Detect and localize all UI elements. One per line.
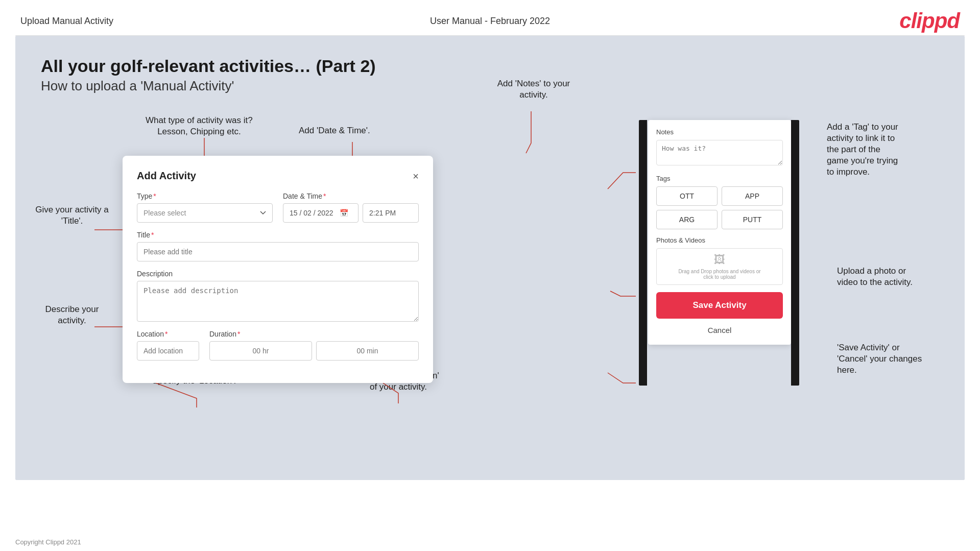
- description-row: Description: [137, 270, 419, 322]
- location-input[interactable]: [137, 341, 199, 361]
- annotation-notes: Add 'Notes' to youractivity.: [470, 78, 597, 101]
- phone-left-bar: [639, 120, 647, 386]
- main-content: All your golf-relevant activities… (Part…: [15, 36, 965, 480]
- title-label: Title*: [137, 231, 419, 239]
- calendar-icon: 📅: [340, 209, 348, 217]
- type-group: Type* Please select: [137, 192, 273, 223]
- annotation-describe: Describe youractivity.: [34, 304, 110, 326]
- manual-subtitle: User Manual - February 2022: [430, 16, 550, 27]
- tags-grid: OTT APP ARG PUTT: [656, 186, 783, 229]
- logo: clippd: [899, 9, 960, 33]
- type-select[interactable]: Please select: [137, 203, 273, 223]
- tag-putt[interactable]: PUTT: [722, 210, 783, 229]
- heading-main: All your golf-relevant activities… (Part…: [41, 56, 939, 76]
- add-activity-modal: Add Activity × Type* Please select Date …: [123, 156, 433, 383]
- tag-arg[interactable]: ARG: [656, 210, 718, 229]
- page-title: Upload Manual Activity: [20, 16, 113, 27]
- copyright-text: Copyright Clippd 2021: [15, 538, 81, 546]
- photos-dropzone[interactable]: 🖼 Drag and Drop photos and videos orclic…: [656, 248, 783, 285]
- annotation-save-cancel: 'Save Activity' or'Cancel' your changesh…: [837, 342, 949, 376]
- notes-label: Notes: [656, 128, 783, 136]
- description-input[interactable]: [137, 281, 419, 322]
- title-row: Title*: [137, 231, 419, 261]
- tags-label: Tags: [656, 175, 783, 182]
- location-label: Location*: [137, 330, 199, 338]
- modal-header: Add Activity ×: [137, 170, 419, 182]
- date-time-row: 15 / 02 / 2022 📅 2:21 PM: [283, 203, 419, 223]
- description-label: Description: [137, 270, 419, 278]
- photos-hint: Drag and Drop photos and videos orclick …: [678, 269, 760, 280]
- location-duration-row: Location* Duration*: [137, 330, 419, 361]
- date-input[interactable]: 15 / 02 / 2022 📅: [283, 203, 358, 223]
- annotation-date-time: Add 'Date & Time'.: [299, 125, 370, 136]
- duration-label: Duration*: [209, 330, 419, 338]
- top-bar: Upload Manual Activity User Manual - Feb…: [0, 0, 980, 36]
- title-input[interactable]: [137, 242, 419, 261]
- title-group: Title*: [137, 231, 419, 261]
- datetime-label: Date & Time*: [283, 192, 419, 200]
- datetime-group: Date & Time* 15 / 02 / 2022 📅 2:21 PM: [283, 192, 419, 223]
- location-group: Location*: [137, 330, 199, 361]
- description-group: Description: [137, 270, 419, 322]
- time-input[interactable]: 2:21 PM: [363, 203, 419, 223]
- type-datetime-row: Type* Please select Date & Time* 15 / 02…: [137, 192, 419, 223]
- duration-min-input[interactable]: [316, 341, 419, 361]
- photo-icon: 🖼: [714, 253, 725, 267]
- type-label: Type*: [137, 192, 273, 200]
- tag-ott[interactable]: OTT: [656, 186, 718, 206]
- duration-row: [209, 341, 419, 361]
- save-activity-button[interactable]: Save Activity: [656, 292, 783, 319]
- annotation-photo-video: Upload a photo orvideo to the activity.: [837, 266, 939, 288]
- footer: Copyright Clippd 2021: [15, 533, 965, 551]
- modal-title: Add Activity: [137, 170, 196, 182]
- right-panel-inner: Notes Tags OTT APP ARG PUTT Photos & Vid…: [648, 120, 791, 345]
- phone-right-bar: [791, 120, 799, 386]
- annotation-activity-type: What type of activity was it?Lesson, Chi…: [146, 115, 253, 137]
- annotation-tag: Add a 'Tag' to youractivity to link it t…: [827, 122, 939, 178]
- close-button[interactable]: ×: [413, 171, 419, 181]
- duration-hr-input[interactable]: [209, 341, 312, 361]
- tag-app[interactable]: APP: [722, 186, 783, 206]
- notes-input[interactable]: [656, 140, 783, 165]
- right-panel: Notes Tags OTT APP ARG PUTT Photos & Vid…: [648, 120, 791, 345]
- cancel-link[interactable]: Cancel: [656, 324, 783, 337]
- duration-group: Duration*: [209, 330, 419, 361]
- photos-label: Photos & Videos: [656, 236, 783, 244]
- annotation-title: Give your activity a'Title'.: [34, 204, 110, 227]
